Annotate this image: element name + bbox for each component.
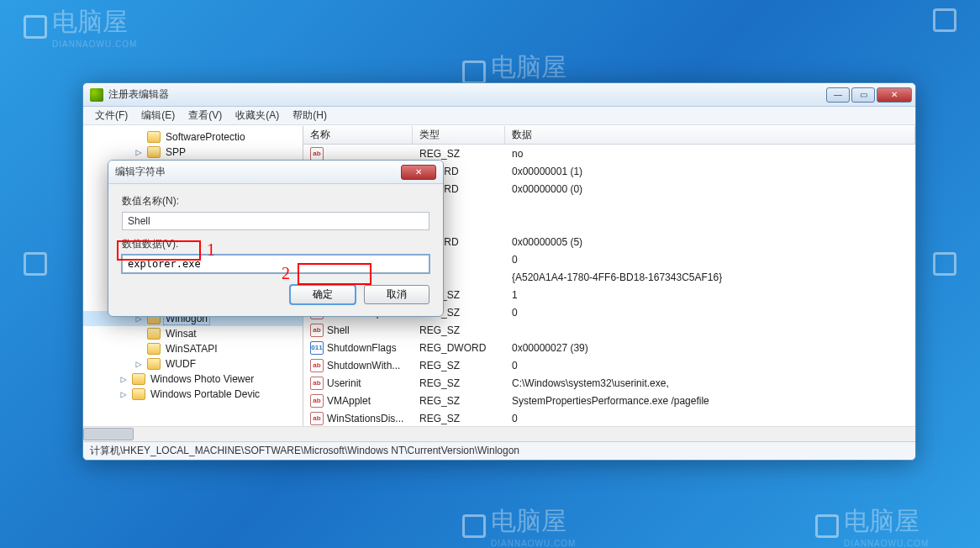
statusbar: 计算机\HKEY_LOCAL_MACHINE\SOFTWARE\Microsof…	[83, 441, 915, 460]
value-name: ShutdownFlags	[327, 342, 397, 354]
value-data: 0	[505, 360, 915, 371]
value-data: 0x00000001 (1)	[505, 166, 915, 177]
expand-icon[interactable]: ▷	[119, 373, 129, 385]
value-data: SystemPropertiesPerformance.exe /pagefil…	[505, 395, 915, 407]
value-data: 0	[505, 307, 915, 319]
value-data: {A520A1A4-1780-4FF6-BD18-167343C5AF16}	[505, 271, 915, 283]
folder-icon	[147, 146, 161, 158]
titlebar[interactable]: 注册表编辑器 — ▭ ✕	[83, 83, 915, 107]
dialog-close-button[interactable]: ✕	[401, 165, 436, 180]
menubar: 文件(F) 编辑(E) 查看(V) 收藏夹(A) 帮助(H)	[83, 107, 915, 125]
tree-item[interactable]: ▷SPP	[83, 145, 303, 160]
menu-edit[interactable]: 编辑(E)	[134, 107, 182, 124]
value-icon: 011	[310, 341, 324, 355]
value-icon: ab	[310, 394, 324, 408]
value-type: REG_DWORD	[413, 342, 505, 354]
value-type: REG_SZ	[413, 413, 505, 424]
value-data-input[interactable]	[122, 255, 429, 273]
dialog-titlebar[interactable]: 编辑字符串 ✕	[108, 161, 443, 184]
scroll-thumb[interactable]	[83, 428, 134, 440]
value-data: C:\Windows\system32\userinit.exe,	[505, 377, 915, 389]
value-icon: ab	[310, 377, 324, 390]
watermark-sub: DIANNAOWU.COM	[52, 40, 137, 49]
list-row[interactable]: abShellREG_SZ	[303, 321, 915, 339]
regedit-icon	[90, 88, 103, 102]
value-data: 0x00000027 (39)	[505, 342, 915, 354]
value-name: Shell	[327, 324, 350, 336]
value-data: no	[505, 148, 915, 160]
tree-item[interactable]: ▷Windows Portable Devic	[83, 387, 303, 402]
folder-icon	[147, 343, 161, 355]
value-icon: ab	[310, 359, 324, 372]
value-icon: ab	[310, 324, 324, 337]
menu-file[interactable]: 文件(F)	[88, 107, 134, 124]
tree-item-label: WUDF	[164, 358, 198, 370]
expand-icon[interactable]: ▷	[119, 388, 129, 400]
tree-item-label: WinSATAPI	[164, 343, 219, 355]
list-row[interactable]: abShutdownWith...REG_SZ0	[303, 356, 915, 374]
maximize-button[interactable]: ▭	[851, 87, 875, 103]
value-name-field: Shell	[122, 212, 429, 230]
col-type[interactable]: 类型	[413, 126, 505, 144]
window-title: 注册表编辑器	[108, 87, 826, 102]
value-icon: ab	[310, 412, 324, 425]
menu-favorites[interactable]: 收藏夹(A)	[229, 107, 286, 124]
menu-help[interactable]: 帮助(H)	[286, 107, 334, 124]
value-type: REG_SZ	[413, 148, 505, 160]
expand-icon[interactable]: ▷	[134, 146, 144, 158]
tree-hscrollbar[interactable]	[83, 426, 915, 441]
value-data: 0	[505, 254, 915, 266]
status-path: 计算机\HKEY_LOCAL_MACHINE\SOFTWARE\Microsof…	[90, 444, 519, 458]
value-name: WinStationsDis...	[327, 413, 403, 424]
tree-item[interactable]: WinSATAPI	[83, 341, 303, 356]
value-name-label: 数值名称(N):	[122, 194, 429, 208]
value-icon: ab	[310, 147, 324, 161]
col-data[interactable]: 数据	[505, 126, 915, 144]
folder-icon	[132, 373, 145, 385]
value-data: 0x00000005 (5)	[505, 236, 915, 248]
list-header[interactable]: 名称 类型 数据	[303, 126, 915, 145]
value-name: VMApplet	[327, 395, 371, 407]
value-name: Userinit	[327, 377, 361, 389]
col-name[interactable]: 名称	[303, 126, 413, 144]
value-data: 0x00000000 (0)	[505, 183, 915, 195]
minimize-button[interactable]: —	[826, 87, 850, 103]
expand-icon[interactable]: ▷	[134, 358, 144, 370]
value-name: ShutdownWith...	[327, 360, 400, 371]
watermark-icon	[24, 15, 47, 39]
tree-item[interactable]: ▷WUDF	[83, 356, 303, 371]
folder-icon	[147, 358, 161, 370]
watermark-text: 电脑屋	[52, 8, 128, 35]
list-row[interactable]: abUserinitREG_SZC:\Windows\system32\user…	[303, 374, 915, 392]
value-data: 1	[505, 289, 915, 301]
edit-string-dialog: 编辑字符串 ✕ 数值名称(N): Shell 数值数据(V): 确定 取消	[108, 160, 444, 317]
cancel-button[interactable]: 取消	[364, 285, 429, 304]
tree-item-label: Windows Photo Viewer	[149, 373, 256, 385]
list-row[interactable]: abVMAppletREG_SZSystemPropertiesPerforma…	[303, 392, 915, 409]
menu-view[interactable]: 查看(V)	[182, 107, 229, 124]
tree-item-label: Windows Portable Devic	[149, 388, 261, 400]
close-button[interactable]: ✕	[877, 87, 912, 103]
tree-item-label: SPP	[164, 146, 187, 158]
tree-item-label: Winsat	[164, 328, 198, 340]
value-data: 0	[505, 413, 915, 424]
ok-button[interactable]: 确定	[290, 285, 356, 304]
folder-icon	[132, 388, 145, 400]
tree-item-label: SoftwareProtectio	[164, 131, 247, 143]
dialog-title: 编辑字符串	[115, 165, 166, 179]
value-type: REG_SZ	[413, 395, 505, 407]
value-type: REG_SZ	[413, 324, 505, 336]
list-row[interactable]: abWinStationsDis...REG_SZ0	[303, 409, 915, 426]
value-data-label: 数值数据(V):	[122, 237, 429, 251]
folder-icon	[147, 328, 161, 340]
list-row[interactable]: 011ShutdownFlagsREG_DWORD0x00000027 (39)	[303, 339, 915, 356]
tree-item[interactable]: ▷Windows Photo Viewer	[83, 371, 303, 387]
value-type: REG_SZ	[413, 377, 505, 389]
tree-item[interactable]: Winsat	[83, 326, 303, 341]
tree-item[interactable]: SoftwareProtectio	[83, 129, 303, 145]
folder-icon	[147, 131, 161, 143]
value-type: REG_SZ	[413, 360, 505, 371]
